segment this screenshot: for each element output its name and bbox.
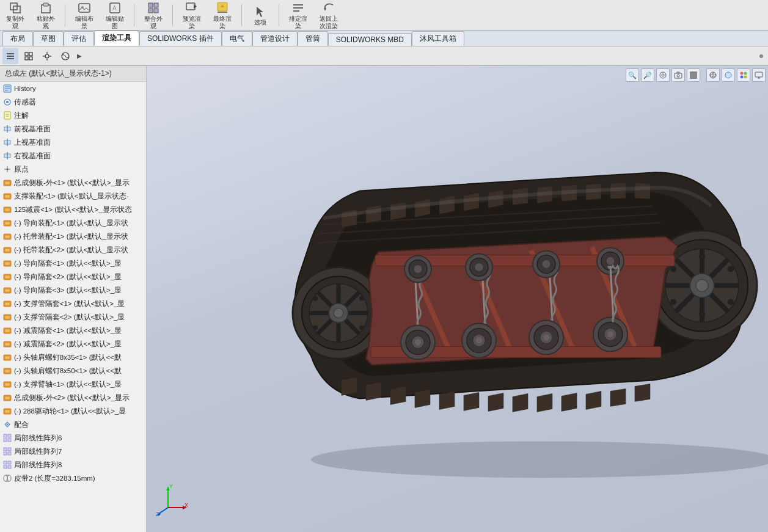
tree-item-belt2[interactable]: 皮带2 (长度=3283.15mm) [0,472,146,485]
tree-item-linear-array6[interactable]: 局部线性阵列6 [0,431,146,445]
svg-rect-27 [25,57,28,60]
tree-item-right-plane[interactable]: 右视基准面 [0,149,146,162]
tree-item-support-tube2[interactable]: (-) 支撑管隔套<2> (默认<默认>_显 [0,310,146,324]
svg-point-122 [311,441,769,478]
tab-sketch[interactable]: 草图 [33,31,64,46]
tree-item-reducer[interactable]: 125减震<1> (默认<<默认>_显示状态 [0,203,146,216]
tree-item-sidepanel-outer[interactable]: 总成侧板-外<1> (默认<<默认>_显示 [0,176,146,189]
tree-item-shock-sleeve2[interactable]: (-) 减震隔套<2> (默认<<默认>_显 [0,337,146,351]
preview-render-btn[interactable]: 预览渲 染 [179,0,205,31]
drive-288-icon [2,406,12,416]
tab-layout[interactable]: 布局 [2,31,33,46]
appearance-btn[interactable] [57,48,73,64]
svg-point-102 [4,475,7,481]
svg-point-136 [670,299,676,305]
edit-decal-btn[interactable]: A 编辑贴 图 [102,0,128,31]
guide-assy-icon [2,218,12,228]
select-label: 选项 [254,19,266,26]
tree-item-sidepanel-outer2[interactable]: 总成侧板-外<2> (默认<<默认>_显示 [0,391,146,404]
svg-point-172 [476,337,482,343]
svg-point-168 [414,264,422,273]
svg-rect-58 [5,208,10,211]
final-render-btn[interactable]: 最终渲 染 [210,0,235,31]
shaft-screw-icon [2,352,12,362]
tree-item-front-plane[interactable]: 前视基准面 [0,122,146,136]
svg-rect-70 [5,289,10,292]
tree-item-guide-sleeve2[interactable]: (-) 导向隔套<2> (默认<<默认>_显 [0,270,146,283]
select-btn[interactable]: 选项 [248,3,272,27]
preview-render-label: 预览渲 [183,15,201,23]
queue-render-label2: 染 [295,23,301,30]
svg-point-131 [696,279,708,291]
expand-btn[interactable]: ▶ [76,53,83,59]
tree-item-guide-sleeve3[interactable]: (-) 导向隔套<3> (默认<<默认>_显 [0,283,146,297]
note-icon [2,111,12,120]
tree-item-linear-array7[interactable]: 局部线性阵列7 [0,445,146,458]
tree-item-linear-array8[interactable]: 局部线性阵列8 [0,458,146,472]
tab-solidworks-plugins[interactable]: SOLIDWORKS 插件 [139,31,222,46]
tab-pipe-design[interactable]: 管道设计 [252,31,298,46]
svg-rect-12 [186,3,195,10]
svg-rect-41 [4,112,10,119]
copy-outer-btn[interactable]: 复制外 观 [2,0,28,31]
belt-assy2-label: (-) 托带装配<2> (默认<默认_显示状 [14,244,128,255]
tree-item-belt-assy1[interactable]: (-) 托带装配<1> (默认<默认_显示状 [0,230,146,243]
tree-item-sensor[interactable]: 传感器 [0,95,146,109]
feature-tree-btn[interactable] [2,48,18,64]
svg-rect-8 [148,3,153,7]
svg-point-29 [45,54,49,58]
linear-array8-label: 局部线性阵列8 [14,459,62,470]
edit-scene-icon [77,1,92,15]
svg-rect-94 [4,448,7,451]
tree-item-drive-288[interactable]: (-) 288驱动轮<1> (默认<<默认>_显 [0,404,146,418]
svg-point-148 [359,296,364,301]
shock-sleeve2-icon [2,339,12,349]
edit-decal-label2: 图 [112,23,118,30]
viewport[interactable]: 🔍 🔎 [147,66,768,532]
svg-point-133 [728,266,734,272]
paste-outer-btn[interactable]: 粘贴外 观 [33,0,59,31]
tree-item-support-arm[interactable]: (-) 支撑臂轴<1> (默认<<默认>_显 [0,377,146,391]
tab-pipe[interactable]: 管筒 [298,31,328,46]
tree-item-top-plane[interactable]: 上视基准面 [0,136,146,149]
shaft-screw2-icon [2,366,12,376]
edit-scene-btn[interactable]: 编辑布 景 [71,0,97,31]
organize-btn[interactable]: 整合外 观 [141,0,166,31]
svg-rect-45 [4,127,10,131]
tree-item-guide-sleeve1[interactable]: (-) 导向隔套<1> (默认<<默认>_显 [0,257,146,270]
svg-rect-54 [5,181,10,184]
svg-point-89 [7,424,9,426]
tree-item-guide-assy[interactable]: (-) 导向装配<1> (默认<默认_显示状 [0,216,146,230]
svg-point-132 [699,253,705,260]
tree-item-shaft-screw[interactable]: (-) 头轴肩螺钉8x35<1> (默认<<默 [0,351,146,364]
model-container[interactable] [147,66,768,532]
tab-solidworks-mbd[interactable]: SOLIDWORKS MBD [328,33,412,46]
tab-saufeng[interactable]: 沐风工具箱 [412,31,464,46]
tab-evaluate[interactable]: 评估 [64,31,94,46]
config-btn[interactable] [39,48,55,64]
tree-item-history[interactable]: History [0,82,146,95]
queue-render-btn[interactable]: 排定渲 染 [285,0,311,31]
tree-item-shaft-screw2[interactable]: (-) 头轴肩螺钉8x50<1> (默认<<默 [0,364,146,377]
tree-item-origin[interactable]: 原点 [0,162,146,176]
tree-item-fit[interactable]: 配合 [0,418,146,431]
property-btn[interactable] [21,48,37,64]
paste-outer-icon [38,1,53,15]
coord-indicator: Y X Z [156,483,186,514]
return-btn[interactable]: 返回上 次渲染 [316,0,342,31]
tab-render-tools[interactable]: 渲染工具 [94,31,139,46]
tree-item-support-tube1[interactable]: (-) 支撑管隔套<1> (默认<默认>_显 [0,297,146,310]
sidepanel-outer-label: 总成侧板-外<1> (默认<<默认>_显示 [14,177,130,188]
tree-item-belt-assy2[interactable]: (-) 托带装配<2> (默认<默认_显示状 [0,243,146,257]
tree-item-support-assy[interactable]: 支撑装配<1> (默认<默认_显示状态- [0,189,146,203]
history-icon [2,84,12,93]
tree-item-note[interactable]: 注解 [0,109,146,122]
sidepanel-outer2-label: 总成侧板-外<2> (默认<<默认>_显示 [14,392,130,403]
sensor-label: 传感器 [14,97,36,107]
svg-rect-74 [5,316,10,319]
tab-electrical[interactable]: 电气 [222,31,252,46]
support-tube2-icon [2,312,12,322]
final-render-label2: 染 [219,23,225,30]
tree-item-shock-sleeve1[interactable]: (-) 减震隔套<1> (默认<<默认>_显 [0,324,146,337]
guide-sleeve1-icon [2,258,12,268]
